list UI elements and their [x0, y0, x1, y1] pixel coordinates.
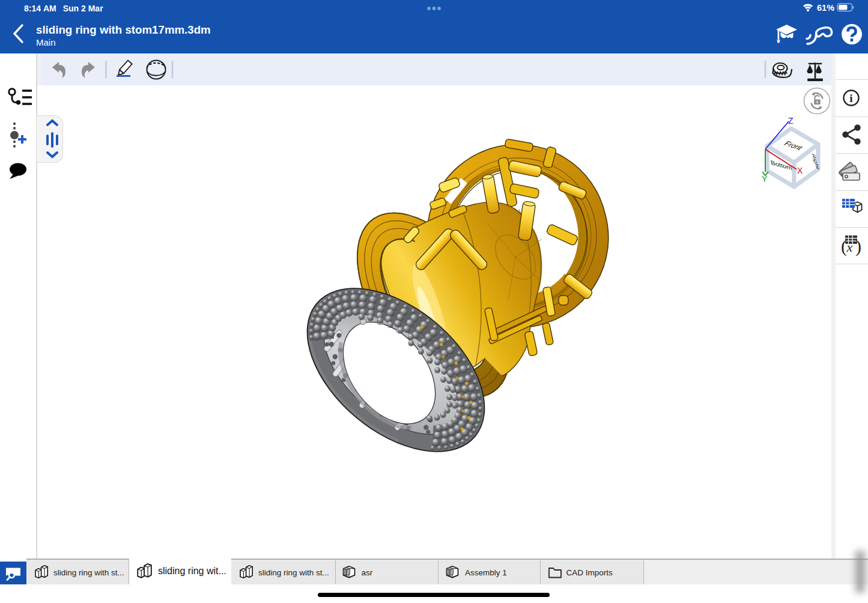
svg-text:x: x	[846, 240, 853, 255]
svg-text:): )	[855, 236, 861, 256]
svg-text:Z: Z	[788, 116, 794, 126]
svg-text:Y: Y	[762, 174, 768, 184]
svg-text:X: X	[797, 166, 803, 175]
svg-text:i: i	[849, 92, 852, 105]
svg-text:61%: 61%	[817, 3, 834, 13]
svg-text:(: (	[841, 236, 847, 256]
